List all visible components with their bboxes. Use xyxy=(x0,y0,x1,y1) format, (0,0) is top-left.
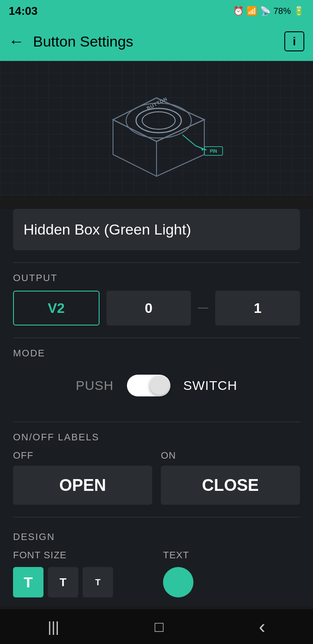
onoff-section-label: ON/OFF LABELS xyxy=(13,432,300,443)
on-sublabel: ON xyxy=(161,450,300,461)
output-connector xyxy=(198,308,208,309)
back-button[interactable]: ← xyxy=(9,32,24,50)
divider-onoff xyxy=(13,422,300,422)
nav-bar: ||| □ ‹ xyxy=(0,609,313,644)
content-area: Hidden Box (Green Light) OUTPUT V2 0 1 M… xyxy=(0,209,313,606)
device-name-text: Hidden Box (Green Light) xyxy=(23,221,191,238)
text-color-sublabel: TEXT xyxy=(163,550,300,561)
output-row: V2 0 1 xyxy=(13,291,300,325)
nav-menu-button[interactable]: ||| xyxy=(48,618,60,635)
output-v2-button[interactable]: V2 xyxy=(13,291,100,325)
svg-text:PIN: PIN xyxy=(210,149,217,154)
divider-mode xyxy=(13,338,300,338)
font-size-large-button[interactable]: T xyxy=(13,567,43,597)
nav-home-button[interactable]: □ xyxy=(155,618,164,635)
status-time: 14:03 xyxy=(9,4,38,18)
page-title: Button Settings xyxy=(33,33,276,50)
design-row: FONT SIZE T T T TEXT xyxy=(13,550,300,597)
font-size-small-button[interactable]: T xyxy=(83,567,113,597)
design-section-label: DESIGN xyxy=(13,531,300,543)
svg-marker-0 xyxy=(156,120,204,176)
font-size-large-icon: T xyxy=(24,574,33,591)
font-size-column: FONT SIZE T T T xyxy=(13,550,150,597)
font-size-sublabel: FONT SIZE xyxy=(13,550,150,561)
mode-push-label: PUSH xyxy=(76,378,113,393)
toggle-thumb xyxy=(150,376,169,395)
output-0-button[interactable]: 0 xyxy=(107,291,191,325)
divider-output xyxy=(13,262,300,263)
off-sublabel: OFF xyxy=(13,450,152,461)
battery-text: 78% xyxy=(273,6,291,16)
mode-section-label: MODE xyxy=(13,348,300,359)
signal-icon: 📡 xyxy=(260,6,271,16)
output-section-label: OUTPUT xyxy=(13,272,300,284)
info-button[interactable]: i xyxy=(284,31,304,51)
diagram-area: BUTTON PIN xyxy=(0,61,313,196)
off-column: OFF OPEN xyxy=(13,450,152,505)
mode-row: PUSH SWITCH xyxy=(13,366,300,409)
output-1-button[interactable]: 1 xyxy=(215,291,300,325)
onoff-row: OFF OPEN ON CLOSE xyxy=(13,450,300,505)
mode-switch-label: SWITCH xyxy=(183,378,237,393)
text-color-picker[interactable] xyxy=(163,567,193,597)
on-column: ON CLOSE xyxy=(161,450,300,505)
mode-toggle[interactable] xyxy=(127,375,170,396)
font-size-row: T T T xyxy=(13,567,150,597)
status-bar: 14:03 ⏰ 📶 📡 78% 🔋 xyxy=(0,0,313,22)
alarm-icon: ⏰ xyxy=(233,6,244,16)
text-color-column: TEXT xyxy=(163,550,300,597)
on-value-box[interactable]: CLOSE xyxy=(161,466,300,505)
svg-point-5 xyxy=(142,112,175,129)
off-value-text: OPEN xyxy=(59,476,106,495)
device-name-box[interactable]: Hidden Box (Green Light) xyxy=(13,209,300,250)
status-icons: ⏰ 📶 📡 78% 🔋 xyxy=(233,6,304,16)
svg-line-7 xyxy=(183,135,196,146)
font-size-medium-icon: T xyxy=(60,576,67,589)
top-bar: ← Button Settings i xyxy=(0,22,313,61)
font-size-small-icon: T xyxy=(95,577,100,587)
font-size-medium-button[interactable]: T xyxy=(48,567,78,597)
wifi-icon: 📶 xyxy=(246,6,257,16)
nav-back-button[interactable]: ‹ xyxy=(259,616,266,637)
off-value-box[interactable]: OPEN xyxy=(13,466,152,505)
design-section: DESIGN FONT SIZE T T T TEXT xyxy=(13,517,300,606)
button-diagram: BUTTON PIN xyxy=(87,72,226,185)
battery-icon: 🔋 xyxy=(293,6,304,16)
on-value-text: CLOSE xyxy=(202,476,259,495)
